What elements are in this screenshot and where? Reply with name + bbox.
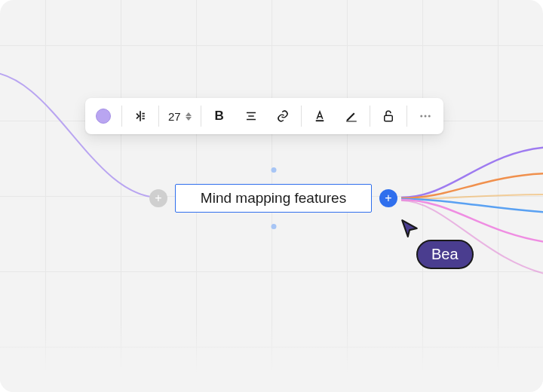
text-align-icon [244, 109, 258, 123]
node-text: Mind mapping features [201, 190, 346, 207]
link-icon [276, 109, 290, 123]
svg-point-4 [424, 115, 426, 118]
svg-point-3 [420, 115, 422, 118]
unlock-icon [382, 109, 395, 123]
collaborator-label: Bea [416, 240, 474, 269]
lock-button[interactable] [373, 101, 403, 131]
text-align-button[interactable] [236, 101, 266, 131]
stepper-arrows [186, 112, 192, 121]
font-size-stepper[interactable]: 27 [162, 101, 198, 131]
bold-icon: B [215, 109, 224, 124]
color-swatch-icon [96, 109, 111, 124]
svg-rect-0 [315, 120, 324, 121]
separator [370, 106, 370, 127]
font-size-value: 27 [168, 110, 181, 123]
add-child-right-button[interactable]: + [379, 189, 397, 207]
edit-button[interactable] [336, 101, 367, 131]
plus-icon: + [155, 192, 161, 204]
node-color-button[interactable] [88, 101, 118, 131]
align-node-button[interactable] [125, 101, 155, 131]
canvas[interactable]: 27 B [0, 0, 543, 392]
separator [121, 106, 122, 127]
separator [201, 106, 201, 127]
more-button[interactable] [410, 101, 440, 131]
link-button[interactable] [268, 101, 298, 131]
plus-icon: + [385, 192, 391, 204]
increase-font-icon[interactable] [186, 112, 192, 116]
separator [406, 106, 407, 127]
formatting-toolbar: 27 B [85, 98, 443, 134]
pencil-icon [345, 109, 358, 123]
cursor-icon [400, 219, 419, 238]
mindmap-node[interactable]: Mind mapping features + + [175, 184, 372, 213]
decrease-font-icon[interactable] [186, 117, 192, 121]
svg-point-5 [428, 115, 430, 118]
align-node-icon [133, 109, 148, 124]
text-color-icon [313, 109, 327, 123]
separator [301, 106, 302, 127]
text-color-button[interactable] [305, 101, 335, 131]
selection-handle-bottom[interactable] [271, 224, 276, 229]
separator [158, 106, 159, 127]
collaborator-cursor: Bea [400, 219, 419, 241]
bold-button[interactable]: B [204, 101, 235, 131]
more-icon [419, 109, 432, 123]
svg-rect-2 [384, 115, 392, 121]
add-child-left-button[interactable]: + [149, 189, 167, 207]
svg-rect-1 [346, 121, 357, 121]
selection-handle-top[interactable] [271, 167, 276, 173]
